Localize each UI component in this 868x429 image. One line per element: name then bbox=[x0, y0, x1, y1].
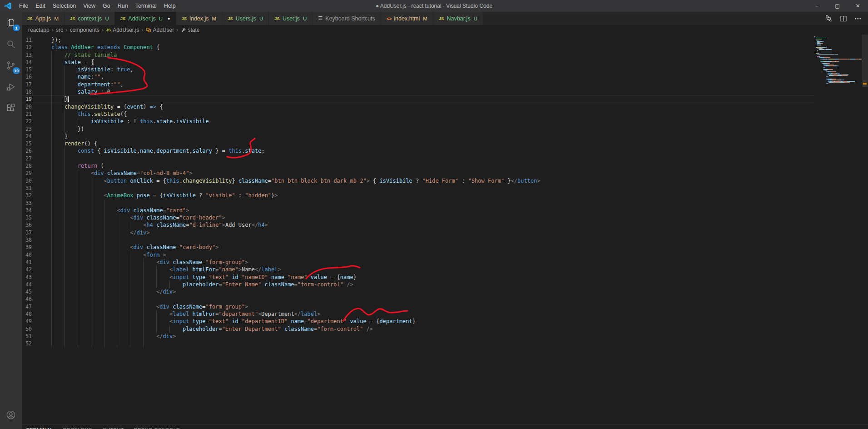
more-actions-icon[interactable]: ⋯ bbox=[854, 15, 862, 23]
code-line-52[interactable]: 52 bbox=[22, 340, 813, 347]
panel-tab-terminal[interactable]: TERMINAL bbox=[26, 426, 53, 429]
split-editor-icon[interactable] bbox=[840, 15, 847, 22]
code-line-43[interactable]: 43<input type="text" id="nameID" name="n… bbox=[22, 274, 813, 281]
menu-edit[interactable]: Edit bbox=[32, 0, 49, 12]
extensions-icon[interactable] bbox=[0, 97, 22, 119]
tab-bar: JSApp.jsMJScontext.jsUJSAddUser.jsU●JSin… bbox=[22, 12, 868, 25]
scrollbar-thumb[interactable] bbox=[862, 35, 868, 87]
code-line-39[interactable]: 39<div className="card-body"> bbox=[22, 244, 813, 251]
menu-terminal[interactable]: Terminal bbox=[132, 0, 160, 12]
code-area[interactable]: 11});12class AddUser extends Component {… bbox=[22, 36, 813, 347]
code-line-38[interactable]: 38 bbox=[22, 236, 813, 244]
search-icon[interactable] bbox=[0, 33, 22, 55]
code-line-49[interactable]: 49<input type="text" id="departmentID" n… bbox=[22, 318, 813, 325]
code-line-34[interactable]: 34<div className="card"> bbox=[22, 207, 813, 214]
indent-guide bbox=[78, 251, 91, 259]
source-control-icon[interactable]: 10 bbox=[0, 55, 22, 76]
tab-context-js[interactable]: JScontext.jsU bbox=[64, 12, 115, 25]
code-line-29[interactable]: 29<div className="col-md-8 mb-4"> bbox=[22, 170, 813, 177]
indent-guide bbox=[51, 155, 64, 162]
panel-tab-output[interactable]: OUTPUT bbox=[102, 426, 124, 429]
breadcrumb-components[interactable]: components bbox=[69, 27, 99, 33]
code-line-41[interactable]: 41<div className="form-group"> bbox=[22, 259, 813, 266]
indent-guide bbox=[78, 118, 91, 125]
code-line-12[interactable]: 12class AddUser extends Component { bbox=[22, 44, 813, 51]
indent-guide bbox=[64, 266, 78, 273]
code-line-18[interactable]: 18salary : 0 bbox=[22, 88, 813, 95]
breadcrumb-reactapp[interactable]: reactapp bbox=[28, 27, 50, 33]
code-line-17[interactable]: 17department:"", bbox=[22, 81, 813, 88]
code-line-21[interactable]: 21this.setState({ bbox=[22, 110, 813, 118]
editor-scrollbar[interactable] bbox=[862, 35, 868, 425]
breadcrumb-src[interactable]: src bbox=[56, 27, 63, 33]
code-line-15[interactable]: 15isVisibile: true, bbox=[22, 66, 813, 73]
tab-adduser-js[interactable]: JSAddUser.jsU● bbox=[115, 12, 176, 25]
tab-index-js[interactable]: JSindex.jsM bbox=[176, 12, 223, 25]
tab-app-js[interactable]: JSApp.jsM bbox=[22, 12, 64, 25]
menu-file[interactable]: File bbox=[15, 0, 32, 12]
code-line-31[interactable]: 31 bbox=[22, 185, 813, 192]
code-line-27[interactable]: 27 bbox=[22, 155, 813, 162]
code-line-35[interactable]: 35<div className="card-header"> bbox=[22, 214, 813, 221]
code-line-14[interactable]: 14state = { bbox=[22, 59, 813, 66]
indent-guide bbox=[64, 81, 78, 88]
code-line-42[interactable]: 42<label htmlFor="name">Name</label> bbox=[22, 266, 813, 273]
tab-keyboard-shortcuts[interactable]: ☰Keyboard Shortcuts bbox=[312, 12, 381, 25]
panel-tab-debug-console[interactable]: DEBUG CONSOLE bbox=[134, 426, 180, 429]
menu-go[interactable]: Go bbox=[99, 0, 114, 12]
minimap-line bbox=[814, 38, 862, 39]
menu-selection[interactable]: Selection bbox=[49, 0, 79, 12]
code-line-46[interactable]: 46 bbox=[22, 295, 813, 303]
menu-view[interactable]: View bbox=[79, 0, 99, 12]
code-line-23[interactable]: 23}) bbox=[22, 125, 813, 133]
indent-guide bbox=[78, 236, 91, 244]
breadcrumb-state[interactable]: state bbox=[181, 27, 200, 33]
code-line-37[interactable]: 37</div> bbox=[22, 229, 813, 236]
code-line-45[interactable]: 45</div> bbox=[22, 288, 813, 295]
indent-guide bbox=[104, 295, 117, 303]
open-changes-icon[interactable] bbox=[825, 15, 833, 22]
minimize-button[interactable]: – bbox=[807, 0, 827, 12]
code-line-11[interactable]: 11}); bbox=[22, 36, 813, 44]
explorer-icon[interactable]: 1 bbox=[0, 12, 22, 33]
menu-help[interactable]: Help bbox=[160, 0, 179, 12]
code-line-28[interactable]: 28return ( bbox=[22, 162, 813, 170]
code-line-51[interactable]: 51</div> bbox=[22, 333, 813, 340]
breadcrumb-adduser-js[interactable]: JSAddUser.js bbox=[106, 27, 139, 33]
code-line-48[interactable]: 48<label htmlFor="department">Department… bbox=[22, 310, 813, 318]
code-line-44[interactable]: 44placeholder="Enter Name" className="fo… bbox=[22, 281, 813, 288]
code-line-22[interactable]: 22isVisibile : ! this.state.isVisibile bbox=[22, 118, 813, 125]
run-debug-icon[interactable] bbox=[0, 76, 22, 97]
code-line-24[interactable]: 24} bbox=[22, 133, 813, 140]
indent-guide bbox=[78, 207, 91, 214]
code-line-13[interactable]: 13// state tanımla bbox=[22, 51, 813, 59]
tab-navbar-js[interactable]: JSNavbar.jsU bbox=[433, 12, 483, 25]
code-line-19[interactable]: 19} bbox=[22, 95, 813, 103]
panel-tab-problems[interactable]: PROBLEMS bbox=[63, 426, 92, 429]
code-line-32[interactable]: 32<AnimeBox pose = {isVisibile ? "visibl… bbox=[22, 192, 813, 199]
code-line-50[interactable]: 50placeholder="Enter Department" classNa… bbox=[22, 325, 813, 333]
indent-guide bbox=[130, 281, 143, 288]
minimap-line bbox=[814, 76, 862, 77]
tab-index-html[interactable]: <>index.htmlM bbox=[381, 12, 433, 25]
editor[interactable]: 11});12class AddUser extends Component {… bbox=[22, 35, 868, 425]
breadcrumb-adduser[interactable]: AddUser bbox=[146, 27, 174, 33]
indent-guide bbox=[64, 221, 78, 229]
code-line-16[interactable]: 16name:"", bbox=[22, 73, 813, 80]
menu-run[interactable]: Run bbox=[114, 0, 132, 12]
code-line-30[interactable]: 30<button onClick = {this.changeVisiblit… bbox=[22, 177, 813, 185]
unsaved-dot-icon: ● bbox=[168, 16, 170, 21]
maximize-button[interactable]: ▢ bbox=[827, 0, 848, 12]
code-line-40[interactable]: 40<form > bbox=[22, 251, 813, 259]
code-line-20[interactable]: 20changeVisiblity = (event) => { bbox=[22, 103, 813, 110]
account-icon[interactable] bbox=[0, 404, 22, 425]
code-line-36[interactable]: 36<h4 className="d-inline">Add User</h4> bbox=[22, 221, 813, 229]
code-line-26[interactable]: 26const { isVisibile,name,department,sal… bbox=[22, 147, 813, 155]
code-line-25[interactable]: 25render() { bbox=[22, 140, 813, 147]
code-line-47[interactable]: 47<div className="form-group"> bbox=[22, 303, 813, 310]
tab-user-js[interactable]: JSUser.jsU bbox=[269, 12, 312, 25]
tab-users-js[interactable]: JSUsers.jsU bbox=[222, 12, 269, 25]
minimap[interactable] bbox=[814, 36, 862, 85]
code-line-33[interactable]: 33 bbox=[22, 200, 813, 207]
close-button[interactable]: ✕ bbox=[848, 0, 868, 12]
